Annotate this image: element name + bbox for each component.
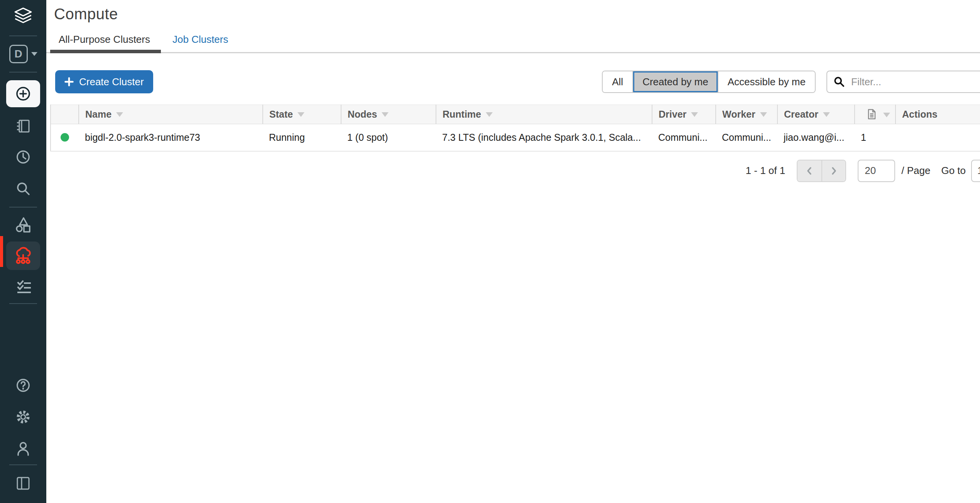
next-page-button[interactable] <box>821 160 845 181</box>
sidebar-item-models[interactable] <box>15 216 32 233</box>
shapes-icon <box>15 216 32 233</box>
cluster-driver-cell: Communi... <box>652 124 716 151</box>
sidebar: D <box>0 0 46 503</box>
workspace-letter-icon: D <box>9 45 28 63</box>
create-cluster-button[interactable]: Create Cluster <box>55 70 153 93</box>
gear-icon <box>15 409 31 425</box>
sidebar-item-account[interactable] <box>15 441 31 457</box>
sidebar-divider <box>9 303 37 304</box>
chevron-down-icon <box>31 52 37 56</box>
column-nodes[interactable]: Nodes <box>341 105 436 124</box>
table-header-row: Name State Nodes Runtime Driver Worker C… <box>51 105 980 124</box>
clock-icon <box>15 149 31 165</box>
sort-caret-icon <box>883 113 890 117</box>
sidebar-item-workspace[interactable] <box>15 118 31 134</box>
tab-bar: All-Purpose Clusters Job Clusters <box>59 34 980 46</box>
tab-bar-rule <box>46 52 980 53</box>
column-creator[interactable]: Creator <box>777 105 855 124</box>
user-icon <box>15 441 31 457</box>
per-page-label: / Page <box>901 165 930 177</box>
sort-caret-icon <box>116 112 123 117</box>
main-content: Compute All-Purpose Clusters Job Cluster… <box>46 0 980 503</box>
goto-label: Go to <box>941 165 966 177</box>
checklist-icon <box>15 279 32 295</box>
filter-all-button[interactable]: All <box>603 71 633 92</box>
previous-page-button[interactable] <box>798 160 821 181</box>
filter-search <box>826 71 980 93</box>
cluster-worker-cell: Communi... <box>716 124 777 151</box>
active-nav-indicator <box>0 236 3 267</box>
running-status-icon <box>61 133 69 142</box>
cluster-notebooks-cell: 1 <box>855 124 896 151</box>
column-actions: Actions <box>896 105 980 124</box>
sidebar-divider <box>9 72 37 73</box>
scope-filter-group: All Created by me Accessible by me <box>602 71 816 93</box>
chevron-right-icon <box>830 166 838 176</box>
sidebar-item-settings[interactable] <box>15 409 31 425</box>
toolbar: Create Cluster All Created by me Accessi… <box>55 70 980 93</box>
clusters-table: Name State Nodes Runtime Driver Worker C… <box>50 105 980 152</box>
filter-accessible-by-me-button[interactable]: Accessible by me <box>718 71 815 92</box>
cluster-creator-cell: jiao.wang@i... <box>777 124 855 151</box>
clusters-icon <box>14 246 32 265</box>
filter-created-by-me-button[interactable]: Created by me <box>633 71 718 92</box>
page-range-label: 1 - 1 of 1 <box>746 165 786 177</box>
sidebar-divider <box>9 464 37 465</box>
goto-page-input[interactable] <box>971 160 980 182</box>
column-runtime[interactable]: Runtime <box>436 105 652 124</box>
column-status <box>51 105 79 124</box>
workspace-icon <box>15 118 31 134</box>
column-worker[interactable]: Worker <box>716 105 777 124</box>
sidebar-item-help[interactable] <box>15 377 31 393</box>
panel-collapse-icon <box>15 475 31 491</box>
databricks-logo-icon[interactable] <box>13 7 34 25</box>
plus-icon <box>64 77 74 86</box>
page-size-input[interactable] <box>858 160 895 182</box>
sidebar-item-recents[interactable] <box>15 149 31 165</box>
workspace-switcher-button[interactable]: D <box>9 45 37 63</box>
sidebar-item-jobs[interactable] <box>15 279 32 295</box>
create-plus-button[interactable] <box>6 80 40 107</box>
sort-caret-icon <box>760 112 767 117</box>
collapse-sidebar-button[interactable] <box>15 475 31 491</box>
sort-caret-icon <box>382 112 389 117</box>
column-state[interactable]: State <box>263 105 341 124</box>
notebook-file-icon <box>861 109 879 120</box>
tab-all-purpose-clusters[interactable]: All-Purpose Clusters <box>59 34 150 46</box>
cluster-state-cell: Running <box>263 124 341 151</box>
sidebar-divider <box>9 207 37 208</box>
column-driver[interactable]: Driver <box>652 105 716 124</box>
cluster-actions-cell <box>896 124 980 151</box>
page-title: Compute <box>54 5 980 23</box>
cluster-status-cell <box>51 124 79 151</box>
sidebar-item-compute[interactable] <box>6 241 40 270</box>
sidebar-divider <box>9 35 37 36</box>
filter-input[interactable] <box>826 71 980 93</box>
pagination: 1 - 1 of 1 / Page Go to <box>46 160 980 182</box>
cluster-name-cell[interactable]: bigdl-2.0-spark3-runtime73 <box>79 124 263 151</box>
cluster-nodes-cell: 1 (0 spot) <box>341 124 436 151</box>
column-notebooks[interactable] <box>855 105 896 124</box>
sort-caret-icon <box>486 112 493 117</box>
sort-caret-icon <box>297 112 304 117</box>
sort-caret-icon <box>823 112 830 117</box>
cluster-row[interactable]: bigdl-2.0-spark3-runtime73 Running 1 (0 … <box>51 124 980 151</box>
help-icon <box>15 377 31 393</box>
sort-caret-icon <box>691 112 698 117</box>
plus-circle-icon <box>15 85 32 102</box>
chevron-left-icon <box>806 166 813 176</box>
search-icon <box>15 181 31 197</box>
cluster-runtime-cell: 7.3 LTS (includes Apache Spark 3.0.1, Sc… <box>436 124 652 151</box>
tab-job-clusters[interactable]: Job Clusters <box>172 34 228 46</box>
pager-buttons <box>797 160 846 182</box>
sidebar-item-search[interactable] <box>15 181 31 197</box>
active-tab-underline <box>50 50 161 53</box>
search-icon <box>833 76 845 89</box>
column-name[interactable]: Name <box>79 105 263 124</box>
